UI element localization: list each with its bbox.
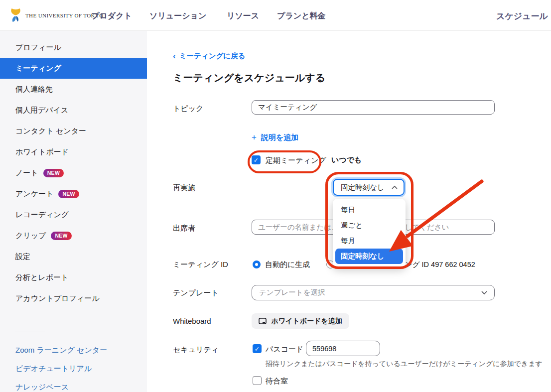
back-to-meetings-link[interactable]: ‹ ミーティングに戻る [173, 51, 246, 61]
add-whiteboard-button[interactable]: ホワイトボードを追加 [252, 313, 349, 329]
attendees-label: 出席者 [173, 224, 195, 233]
whiteboard-label: Whiteboard [173, 317, 211, 325]
waiting-room-label: 待合室 [266, 377, 288, 386]
sidebar-item-devices[interactable]: 個人用デバイス [0, 100, 147, 121]
whiteboard-icon [259, 318, 267, 325]
recurrence-select[interactable]: 固定時刻なし [333, 179, 405, 196]
meeting-id-auto-radio[interactable] [253, 261, 261, 268]
back-chevron-icon: ‹ [173, 53, 176, 60]
new-badge: NEW [51, 232, 71, 240]
template-select[interactable]: テンプレートを選択 [252, 285, 495, 300]
chevron-down-icon [481, 291, 487, 295]
recurring-when-text: いつでも [331, 155, 362, 165]
sidebar-link-knowledge-base[interactable]: ナレッジベース [0, 378, 147, 392]
top-navbar: THE UNIVERSITY OF TOKYO プロダクト ソリューション リソ… [0, 0, 551, 31]
check-icon: ✓ [255, 345, 260, 353]
passcode-label: パスコード [266, 345, 303, 354]
sidebar-item-meetings[interactable]: ミーティング [0, 58, 147, 79]
passcode-input[interactable] [306, 341, 380, 356]
topic-input[interactable] [252, 100, 495, 115]
sidebar-item-contact-center[interactable]: コンタクト センター [0, 121, 147, 141]
sidebar-item-notes[interactable]: ノートNEW [0, 162, 147, 183]
recurrence-option-no-fixed-time[interactable]: 固定時刻なし [335, 249, 403, 264]
sidebar-divider [15, 332, 45, 332]
plus-icon: + [252, 132, 257, 142]
topic-label: トピック [173, 104, 203, 114]
new-badge: NEW [58, 190, 79, 198]
recurrence-option-weekly[interactable]: 週ごと [335, 218, 403, 233]
university-logo[interactable]: THE UNIVERSITY OF TOKYO [9, 7, 104, 23]
sidebar-link-learning-center[interactable]: Zoom ラーニング センター [0, 341, 147, 360]
template-label: テンプレート [173, 288, 219, 298]
passcode-helper-text: 招待リンクまたはパスコードを持っているユーザーだけがミーティングに参加できます [266, 360, 543, 369]
security-label: セキュリティ [173, 345, 219, 355]
sidebar-item-reports[interactable]: 分析とレポート [0, 267, 147, 288]
nav-item-resources[interactable]: リソース [227, 11, 259, 21]
sidebar-item-settings[interactable]: 設定 [0, 246, 147, 267]
nav-item-solutions[interactable]: ソリューション [149, 11, 206, 21]
check-icon: ✓ [254, 156, 259, 164]
recurring-meeting-label: 定期ミーティング [266, 156, 326, 165]
schedule-nav-link[interactable]: スケジュール [496, 10, 548, 22]
recurrence-label: 再実施 [173, 183, 195, 193]
page-title: ミーティングをスケジュールする [173, 71, 325, 85]
sidebar-item-surveys[interactable]: アンケートNEW [0, 183, 147, 204]
nav-item-products[interactable]: プロダクト [91, 11, 132, 21]
sidebar-item-whiteboard[interactable]: ホワイトボード [0, 141, 147, 162]
sidebar-item-recordings[interactable]: レコーディング [0, 204, 147, 225]
new-badge: NEW [43, 169, 64, 177]
sidebar-link-video-tutorials[interactable]: ビデオチュートリアル [0, 360, 147, 378]
sidebar-item-profile[interactable]: プロフィール [0, 37, 147, 58]
ginkgo-leaf-icon [9, 7, 22, 23]
chevron-up-icon [392, 185, 398, 189]
recurrence-dropdown-menu: 毎日 週ごと 毎月 固定時刻なし [333, 199, 406, 267]
recurrence-option-daily[interactable]: 毎日 [335, 202, 403, 218]
waiting-room-checkbox[interactable] [253, 376, 262, 385]
sidebar-item-clips[interactable]: クリップNEW [0, 225, 147, 246]
meeting-id-label: ミーティング ID [173, 260, 228, 269]
add-description-link[interactable]: + 説明を追加 [252, 132, 298, 142]
recurrence-option-monthly[interactable]: 毎月 [335, 233, 403, 249]
sidebar: プロフィール ミーティング 個人連絡先 個人用デバイス コンタクト センター ホ… [0, 31, 147, 392]
passcode-checkbox[interactable]: ✓ [253, 344, 262, 353]
meeting-id-auto-label: 自動的に生成 [265, 260, 310, 269]
recurring-meeting-checkbox[interactable]: ✓ [252, 155, 261, 164]
nav-item-plans[interactable]: プランと料金 [277, 11, 326, 21]
sidebar-item-contacts[interactable]: 個人連絡先 [0, 79, 147, 100]
sidebar-item-account-profile[interactable]: アカウントプロフィール [0, 288, 147, 309]
